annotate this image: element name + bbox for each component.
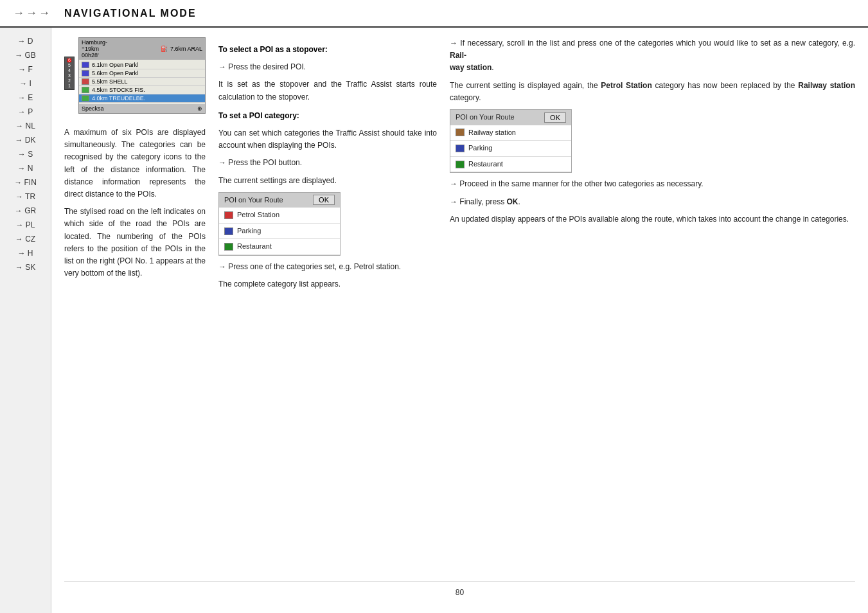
nav-item-text-3: 4.5km STOCKS FIS. xyxy=(92,87,145,93)
left-para2: The stylised road on the left indicates … xyxy=(64,206,206,280)
bold-petrol-station: Petrol Station xyxy=(601,81,651,90)
poi-marker-1: 1 xyxy=(67,84,71,88)
nav-footer-icon: ⊕ xyxy=(197,105,202,112)
middle-step2b: The current settings are displayed. xyxy=(218,175,437,187)
sidebar-item-s[interactable]: → S xyxy=(0,147,51,161)
sidebar-item-tr[interactable]: → TR xyxy=(0,190,51,204)
sidebar-item-d[interactable]: → D xyxy=(0,34,51,48)
sidebar-item-dk[interactable]: → DK xyxy=(0,133,51,147)
poi-marker-3: 3 xyxy=(67,74,71,78)
road-indicator: 6 5 4 3 2 1 xyxy=(64,57,75,120)
middle-step1-desc: It is set as the stopover and the Traffi… xyxy=(218,78,437,103)
poi-dialog1-item-0[interactable]: Petrol Station xyxy=(219,208,340,224)
poi-dialog-2: POI on Your Route OK Railway station Par… xyxy=(450,109,572,173)
poi-gas-icon xyxy=(224,211,233,219)
sidebar-item-f[interactable]: → F xyxy=(0,62,51,76)
poi-dialog1-item-2[interactable]: Restaurant xyxy=(219,239,340,255)
right-step1: → If necessary, scroll in the list and p… xyxy=(450,37,855,75)
right-step3: → Finally, press OK. xyxy=(450,196,855,208)
nav-item-text-1: 5.6km Open Parkl xyxy=(92,70,138,76)
sidebar-item-gb[interactable]: → GB xyxy=(0,48,51,62)
poi-restaurant-icon-2 xyxy=(456,161,465,168)
bold-railway-1: Rail-way station xyxy=(450,51,492,72)
sidebar-item-h[interactable]: → H xyxy=(0,246,51,260)
right-body: → If necessary, scroll in the list and p… xyxy=(450,37,855,226)
poi-dialog1-item1-label: Parking xyxy=(237,226,261,237)
right-step1b: The current setting is displayed again, … xyxy=(450,80,855,104)
left-body-text: A maximum of six POIs are displayed simu… xyxy=(64,127,206,280)
middle-step3: → Press one of the categories set, e.g. … xyxy=(218,261,437,273)
poi-dialog2-title: POI on Your Route xyxy=(456,112,515,123)
nav-header-poi: 7.6km ARAL xyxy=(170,46,202,52)
poi-dialog1-item0-label: Petrol Station xyxy=(237,209,279,221)
poi-marker-5: 5 xyxy=(67,64,71,67)
nav-city: Hamburg- xyxy=(82,39,107,46)
nav-item-icon-4 xyxy=(82,95,89,102)
content-area: 6 5 4 3 2 1 Ham xyxy=(51,28,868,613)
page-number: 80 xyxy=(64,581,855,603)
sidebar-item-p[interactable]: → P xyxy=(0,105,51,119)
bold-railway-station: Railway station xyxy=(798,81,855,90)
nav-item-icon-3 xyxy=(82,87,89,93)
sidebar-item-sk[interactable]: → SK xyxy=(0,260,51,274)
poi-dialog1-item2-label: Restaurant xyxy=(237,241,272,253)
middle-step1-text: Press the desired POI. xyxy=(228,62,306,71)
middle-step1: → Press the desired POI. xyxy=(218,61,437,73)
middle-step3b: The complete category list appears. xyxy=(218,278,437,290)
poi-dialog1-item-1[interactable]: Parking xyxy=(219,224,340,240)
sidebar-item-pl[interactable]: → PL xyxy=(0,218,51,232)
sidebar-item-gr[interactable]: → GR xyxy=(0,204,51,218)
nav-footer-label: Specksa xyxy=(82,105,104,112)
page-header: →→→ NAVIGATIONAL MODE xyxy=(0,0,868,28)
nav-item-4[interactable]: 4.0km TREUDELBE. xyxy=(79,94,205,103)
nav-time: 00h28' xyxy=(82,52,107,58)
poi-dialog2-item-0[interactable]: Railway station xyxy=(450,125,571,141)
poi-parking-icon-2 xyxy=(456,145,465,152)
three-col-layout: 6 5 4 3 2 1 Ham xyxy=(64,37,855,581)
nav-item-text-0: 6.1km Open Parkl xyxy=(92,62,138,68)
nav-item-3[interactable]: 4.5km STOCKS FIS. xyxy=(79,86,205,94)
left-column: 6 5 4 3 2 1 Ham xyxy=(64,37,206,581)
left-para1: A maximum of six POIs are displayed simu… xyxy=(64,127,206,200)
sidebar-item-nl[interactable]: → NL xyxy=(0,119,51,133)
poi-dialog-1: POI on Your Route OK Petrol Station Park… xyxy=(218,192,341,256)
page-container: →→→ NAVIGATIONAL MODE → D → GB → F → I →… xyxy=(0,0,868,613)
sidebar-item-n[interactable]: → N xyxy=(0,161,51,175)
poi-parking-icon xyxy=(224,227,233,235)
right-column: → If necessary, scroll in the list and p… xyxy=(450,37,855,581)
nav-item-1[interactable]: 5.6km Open Parkl xyxy=(79,69,205,78)
header-arrows: →→→ xyxy=(13,6,51,20)
sidebar-item-cz[interactable]: → CZ xyxy=(0,232,51,246)
nav-dist: ⁼19km xyxy=(82,46,107,52)
nav-screen-footer: Specksa ⊕ xyxy=(79,104,205,113)
poi-dialog2-item1-label: Parking xyxy=(468,143,492,154)
nav-header-icon: ⛽ xyxy=(161,46,168,52)
nav-item-0[interactable]: 6.1km Open Parkl xyxy=(79,61,205,69)
sidebar-item-e[interactable]: → E xyxy=(0,91,51,105)
sidebar-item-fin[interactable]: → FIN xyxy=(0,175,51,190)
nav-item-icon-0 xyxy=(82,62,89,68)
nav-screen-header: Hamburg- ⁼19km 00h28' ⛽ 7.6km ARAL xyxy=(79,38,205,60)
sidebar: → D → GB → F → I → E → P → NL → DK → S →… xyxy=(0,28,51,613)
poi-dialog2-item0-label: Railway station xyxy=(468,127,516,139)
poi-marker-2: 2 xyxy=(67,79,71,83)
poi-dialog2-ok-button[interactable]: OK xyxy=(544,112,566,123)
poi-dialog2-header: POI on Your Route OK xyxy=(450,110,571,125)
nav-item-icon-2 xyxy=(82,78,89,85)
middle-heading2: To set a POI category: xyxy=(218,110,437,122)
poi-dialog2-item-1[interactable]: Parking xyxy=(450,141,571,157)
arrow-icon-1: → xyxy=(218,62,228,71)
poi-dialog1-ok-button[interactable]: OK xyxy=(313,195,335,205)
poi-marker-6: 6 xyxy=(67,58,71,62)
poi-dialog2-item-2[interactable]: Restaurant xyxy=(450,157,571,173)
poi-dialog1-header: POI on Your Route OK xyxy=(219,193,340,208)
right-step2: → Proceed in the same manner for the oth… xyxy=(450,178,855,190)
poi-dialog2-item2-label: Restaurant xyxy=(468,159,503,170)
main-layout: → D → GB → F → I → E → P → NL → DK → S →… xyxy=(0,28,868,613)
nav-screen-list: 6.1km Open Parkl 5.6km Open Parkl 5.5km … xyxy=(79,60,205,104)
poi-rail-icon xyxy=(456,129,465,136)
nav-item-2[interactable]: 5.5km SHELL xyxy=(79,78,205,86)
nav-item-text-4: 4.0km TREUDELBE. xyxy=(92,95,145,102)
sidebar-item-i[interactable]: → I xyxy=(0,76,51,91)
poi-dialog1-title: POI on Your Route xyxy=(224,195,283,206)
